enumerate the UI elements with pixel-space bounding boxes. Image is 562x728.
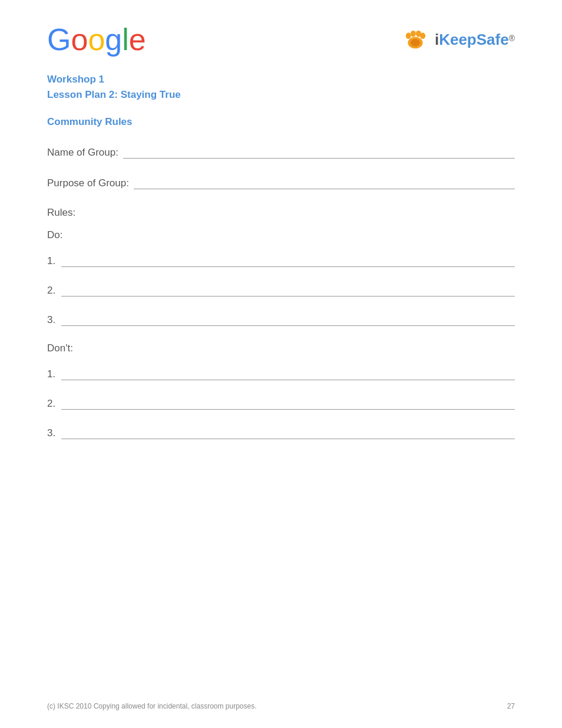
svg-point-2 bbox=[411, 31, 416, 37]
google-e: e bbox=[129, 22, 146, 57]
name-of-group-label: Name of Group: bbox=[47, 147, 118, 159]
google-g2: g bbox=[105, 22, 122, 57]
do-item-3-line bbox=[61, 313, 515, 326]
rules-heading: Rules: bbox=[47, 207, 515, 219]
do-heading: Do: bbox=[47, 229, 515, 241]
dont-heading: Don't: bbox=[47, 342, 515, 354]
do-item-1-line bbox=[61, 254, 515, 267]
workshop-info: Workshop 1 Lesson Plan 2: Staying True bbox=[47, 72, 515, 102]
svg-point-1 bbox=[406, 32, 411, 39]
footer: (c) IKSC 2010 Copying allowed for incide… bbox=[0, 702, 562, 710]
dont-item-3: 3. bbox=[47, 426, 515, 439]
dont-item-3-num: 3. bbox=[47, 427, 55, 439]
google-o2: o bbox=[88, 22, 105, 57]
do-item-2: 2. bbox=[47, 284, 515, 297]
google-o1: o bbox=[71, 22, 88, 57]
dont-item-1-line bbox=[61, 367, 515, 380]
rules-section: Rules: Do: 1. 2. 3. Don't: 1. 2. bbox=[47, 207, 515, 439]
dont-item-2-num: 2. bbox=[47, 398, 55, 410]
svg-point-5 bbox=[411, 39, 420, 47]
dont-item-1: 1. bbox=[47, 367, 515, 380]
form-section: Name of Group: Purpose of Group: bbox=[47, 146, 515, 189]
iks-keep: Keep bbox=[439, 31, 477, 48]
dont-item-1-num: 1. bbox=[47, 368, 55, 380]
google-l: l bbox=[122, 22, 129, 57]
footer-copyright: (c) IKSC 2010 Copying allowed for incide… bbox=[47, 702, 257, 710]
purpose-of-group-label: Purpose of Group: bbox=[47, 177, 129, 189]
workshop-line1: Workshop 1 bbox=[47, 72, 515, 87]
section-title: Community Rules bbox=[47, 116, 515, 128]
footer-page-number: 27 bbox=[507, 702, 515, 710]
dont-item-2-line bbox=[61, 397, 515, 410]
iks-safe: Safe bbox=[477, 31, 509, 48]
iks-trademark: ® bbox=[509, 33, 515, 42]
page-container: Google iKeepSafe® Workshop 1 Lesson P bbox=[0, 0, 562, 728]
purpose-of-group-field: Purpose of Group: bbox=[47, 176, 515, 189]
dont-item-2: 2. bbox=[47, 397, 515, 410]
do-item-2-num: 2. bbox=[47, 285, 55, 297]
purpose-of-group-line bbox=[134, 176, 515, 189]
name-of-group-field: Name of Group: bbox=[47, 146, 515, 159]
svg-point-4 bbox=[420, 32, 425, 39]
paw-icon bbox=[399, 24, 431, 55]
do-item-1: 1. bbox=[47, 254, 515, 267]
dont-item-3-line bbox=[61, 426, 515, 439]
header: Google iKeepSafe® bbox=[47, 24, 515, 55]
do-item-3-num: 3. bbox=[47, 314, 55, 326]
workshop-line2: Lesson Plan 2: Staying True bbox=[47, 87, 515, 103]
do-item-1-num: 1. bbox=[47, 255, 55, 267]
name-of-group-line bbox=[123, 146, 515, 159]
ikeepsafe-logo: iKeepSafe® bbox=[399, 24, 515, 55]
do-item-3: 3. bbox=[47, 313, 515, 326]
do-item-2-line bbox=[61, 284, 515, 297]
dont-section: Don't: 1. 2. 3. bbox=[47, 342, 515, 439]
google-logo: Google bbox=[47, 24, 146, 55]
ikeepsafe-brand-text: iKeepSafe® bbox=[435, 31, 515, 49]
google-g: G bbox=[47, 22, 71, 57]
